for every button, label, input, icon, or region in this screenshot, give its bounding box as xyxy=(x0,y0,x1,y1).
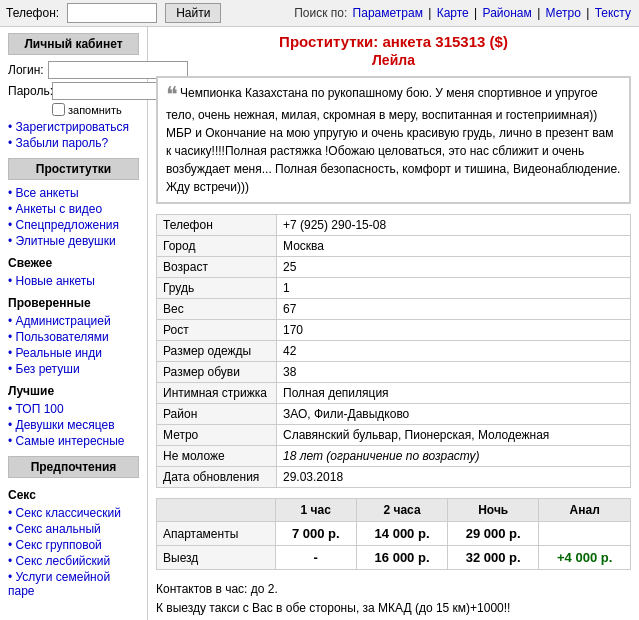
price-type: Выезд xyxy=(157,546,276,570)
info-row: ГородМосква xyxy=(157,236,631,257)
info-value: 38 xyxy=(277,362,631,383)
cabinet-title: Личный кабинет xyxy=(8,33,139,55)
login-label: Логин: xyxy=(8,63,44,77)
price-value: 16 000 р. xyxy=(356,546,447,570)
info-value: 18 лет (ограничение по возрасту) xyxy=(277,446,631,467)
info-row: МетроСлавянский бульвар, Пионерская, Мол… xyxy=(157,425,631,446)
info-row: Возраст25 xyxy=(157,257,631,278)
info-value: 42 xyxy=(277,341,631,362)
quote-mark-icon: ❝ xyxy=(166,82,178,107)
page-title: Проститутки: анкета 315313 ($) xyxy=(156,33,631,50)
info-row: Грудь1 xyxy=(157,278,631,299)
info-value: 170 xyxy=(277,320,631,341)
info-value: 1 xyxy=(277,278,631,299)
sidebar-sex-couple[interactable]: Услуги семейной паре xyxy=(8,570,139,598)
sidebar-sex-classic[interactable]: Секс классический xyxy=(8,506,139,520)
phone-input[interactable] xyxy=(67,3,157,23)
quote-text: Чемпионка Казахстана по рукопашному бою.… xyxy=(166,86,620,194)
info-table: Телефон+7 (925) 290-15-08ГородМоскваВозр… xyxy=(156,214,631,488)
price-row: Выезд-16 000 р.32 000 р.+4 000 р. xyxy=(157,546,631,570)
info-label: Размер обуви xyxy=(157,362,277,383)
remember-label: запомнить xyxy=(68,104,122,116)
sidebar-sex-anal[interactable]: Секс анальный xyxy=(8,522,139,536)
search-link-text[interactable]: Тексту xyxy=(595,6,631,20)
sidebar-top100[interactable]: ТОП 100 xyxy=(8,402,139,416)
price-col-night: Ночь xyxy=(448,499,539,522)
sidebar-most-interesting[interactable]: Самые интересные xyxy=(8,434,139,448)
sidebar-real-indie[interactable]: Реальные инди xyxy=(8,346,139,360)
search-by-label: Поиск по: xyxy=(294,6,347,20)
info-row: РайонЗАО, Фили-Давыдково xyxy=(157,404,631,425)
price-header-row: 1 час 2 часа Ночь Анал xyxy=(157,499,631,522)
info-row: Интимная стрижкаПолная депиляция xyxy=(157,383,631,404)
info-label: Телефон xyxy=(157,215,277,236)
price-value: 32 000 р. xyxy=(448,546,539,570)
sidebar-admin-verified[interactable]: Администрацией xyxy=(8,314,139,328)
info-value: Москва xyxy=(277,236,631,257)
best-title: Лучшие xyxy=(8,384,139,398)
price-type: Апартаменты xyxy=(157,522,276,546)
password-label: Пароль: xyxy=(8,84,48,98)
sidebar-sex-lesbian[interactable]: Секс лесбийский xyxy=(8,554,139,568)
content-footer: Контактов в час: до 2.К выезду такси с В… xyxy=(156,580,631,620)
info-row: Рост170 xyxy=(157,320,631,341)
info-value: 67 xyxy=(277,299,631,320)
sidebar-user-verified[interactable]: Пользователями xyxy=(8,330,139,344)
price-value xyxy=(539,522,631,546)
sidebar-elite[interactable]: Элитные девушки xyxy=(8,234,139,248)
search-button[interactable]: Найти xyxy=(165,3,221,23)
info-value: ЗАО, Фили-Давыдково xyxy=(277,404,631,425)
search-links: Поиск по: Параметрам | Карте | Районам |… xyxy=(294,6,633,20)
info-label: Не моложе xyxy=(157,446,277,467)
price-value: 14 000 р. xyxy=(356,522,447,546)
info-value: Славянский бульвар, Пионерская, Молодежн… xyxy=(277,425,631,446)
sidebar-sex-group[interactable]: Секс групповой xyxy=(8,538,139,552)
sidebar-no-retouch[interactable]: Без ретуши xyxy=(8,362,139,376)
fresh-links: Новые анкеты xyxy=(8,272,139,290)
remember-checkbox[interactable] xyxy=(52,103,65,116)
forgot-link[interactable]: Забыли пароль? xyxy=(8,136,139,150)
sidebar-new-profiles[interactable]: Новые анкеты xyxy=(8,274,139,288)
price-value: 29 000 р. xyxy=(448,522,539,546)
sidebar-video-profiles[interactable]: Анкеты с видео xyxy=(8,202,139,216)
register-link[interactable]: Зарегистрироваться xyxy=(8,120,139,134)
info-label: Рост xyxy=(157,320,277,341)
search-link-districts[interactable]: Районам xyxy=(483,6,532,20)
price-row: Апартаменты7 000 р.14 000 р.29 000 р. xyxy=(157,522,631,546)
auth-links: Зарегистрироваться Забыли пароль? xyxy=(8,118,139,152)
content: Проститутки: анкета 315313 ($) Лейла ❝Че… xyxy=(148,27,639,620)
top-bar: Телефон: Найти Поиск по: Параметрам | Ка… xyxy=(0,0,639,27)
info-value: Полная депиляция xyxy=(277,383,631,404)
phone-label: Телефон: xyxy=(6,6,59,20)
profile-name: Лейла xyxy=(156,52,631,68)
main-layout: Личный кабинет Логин: Пароль: OK запомни… xyxy=(0,27,639,620)
info-row: Вес67 xyxy=(157,299,631,320)
info-value: 25 xyxy=(277,257,631,278)
sidebar-month-girls[interactable]: Девушки месяцев xyxy=(8,418,139,432)
info-label: Возраст xyxy=(157,257,277,278)
price-value: - xyxy=(275,546,356,570)
footer-line: Контактов в час: до 2. xyxy=(156,580,631,599)
verified-links: Администрацией Пользователями Реальные и… xyxy=(8,312,139,378)
login-form: Логин: Пароль: OK запомнить xyxy=(8,59,139,118)
info-label: Размер одежды xyxy=(157,341,277,362)
sidebar-specials[interactable]: Спецпредложения xyxy=(8,218,139,232)
search-link-metro[interactable]: Метро xyxy=(546,6,581,20)
info-row: Не моложе18 лет (ограничение по возрасту… xyxy=(157,446,631,467)
info-label: Дата обновления xyxy=(157,467,277,488)
prostitutki-links: Все анкеты Анкеты с видео Спецпредложени… xyxy=(8,184,139,250)
search-link-params[interactable]: Параметрам xyxy=(353,6,423,20)
footer-line: К выезду такси с Вас в обе стороны, за М… xyxy=(156,599,631,618)
info-label: Район xyxy=(157,404,277,425)
info-label: Метро xyxy=(157,425,277,446)
info-label: Вес xyxy=(157,299,277,320)
price-value: 7 000 р. xyxy=(275,522,356,546)
info-value: +7 (925) 290-15-08 xyxy=(277,215,631,236)
sidebar-all-profiles[interactable]: Все анкеты xyxy=(8,186,139,200)
login-row: Логин: xyxy=(8,61,139,79)
sex-title: Секс xyxy=(8,488,139,502)
price-col-type xyxy=(157,499,276,522)
quote-block: ❝Чемпионка Казахстана по рукопашному бою… xyxy=(156,76,631,204)
search-link-map[interactable]: Карте xyxy=(437,6,469,20)
remember-row: запомнить xyxy=(8,103,139,116)
